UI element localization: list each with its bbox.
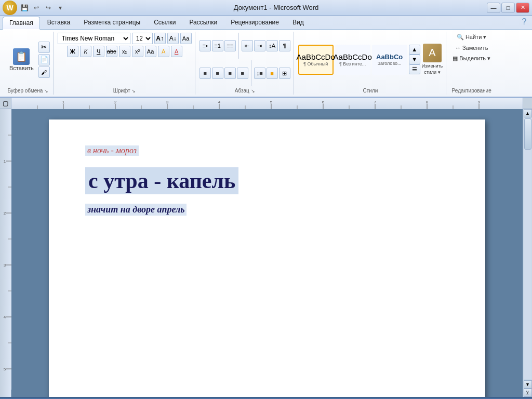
highlight-btn[interactable]: A xyxy=(158,46,169,57)
tab-home[interactable]: Главная xyxy=(3,17,40,30)
svg-text:5: 5 xyxy=(3,367,6,371)
vertical-ruler: 1 2 3 4 5 xyxy=(0,109,11,397)
redo-quick-btn[interactable]: ↪ xyxy=(43,3,54,13)
paragraph-group: ≡• ≡1 ≡≡ ⇤ ⇥ ↕A ¶ ≡ ≡ ≡ ≡ ↕≡ ■ xyxy=(196,32,294,95)
style-no-spacing[interactable]: AaBbCcDo ¶ Без инте... xyxy=(335,45,370,75)
styles-more[interactable]: ☰ xyxy=(409,64,420,74)
font-expand[interactable]: ↘ xyxy=(131,88,136,94)
scroll-next-page[interactable]: ⊻ xyxy=(524,389,532,397)
increase-font-btn[interactable]: A↑ xyxy=(154,33,166,44)
styles-group-content: AaBbCcDo ¶ Обычный AaBbCcDo ¶ Без инте..… xyxy=(298,33,443,86)
title-bar-left: W 💾 ↩ ↪ ▾ xyxy=(3,1,65,15)
scroll-down-btn[interactable]: ▼ xyxy=(524,380,532,389)
select-button[interactable]: ▦ Выделить ▾ xyxy=(450,54,493,63)
clipboard-group-content: 📋 Вставить ✂ 📄 🖌 xyxy=(6,33,50,86)
border-btn[interactable]: ⊞ xyxy=(279,68,290,79)
increase-indent-btn[interactable]: ⇥ xyxy=(254,40,265,51)
vertical-scrollbar: ▲ ▼ ⊻ xyxy=(523,109,532,397)
ruler-area: ▢ 1 2 3 4 xyxy=(0,98,532,109)
svg-text:6: 6 xyxy=(322,100,325,104)
tab-page-layout[interactable]: Разметка страницы xyxy=(77,17,147,29)
change-styles-button[interactable]: A Изменитьстили ▾ xyxy=(422,44,443,75)
line1-block: в ночь - мороз xyxy=(85,145,449,161)
format-painter-button[interactable]: 🖌 xyxy=(38,66,50,78)
subscript-button[interactable]: x₂ xyxy=(119,46,130,57)
tab-view[interactable]: Вид xyxy=(286,17,310,29)
maximize-button[interactable]: □ xyxy=(501,3,515,13)
line2-text: с утра - капель xyxy=(85,167,238,194)
undo-quick-btn[interactable]: ↩ xyxy=(31,3,42,13)
clipboard-small-btns: ✂ 📄 🖌 xyxy=(38,42,50,78)
strikethrough-button[interactable]: abc xyxy=(106,46,117,57)
replace-label: Заменить xyxy=(462,45,488,51)
tab-references[interactable]: Ссылки xyxy=(148,17,182,29)
change-case-btn[interactable]: Аа xyxy=(180,33,192,44)
font-name-row: Times New Roman 12 A↑ A↓ Аа xyxy=(58,33,192,44)
svg-text:3: 3 xyxy=(3,263,6,268)
svg-text:4: 4 xyxy=(218,100,221,104)
line3-text: значит на дворе апрель xyxy=(85,204,187,216)
close-button[interactable]: ✕ xyxy=(516,3,529,13)
line1-text: в ночь - мороз xyxy=(85,145,139,156)
clear-format-button[interactable]: Аа xyxy=(145,46,156,57)
scroll-up-btn[interactable]: ▲ xyxy=(524,109,532,117)
align-center-btn[interactable]: ≡ xyxy=(212,68,223,79)
document-scroll-area: в ночь - мороз с утра - капель значит на… xyxy=(11,109,523,397)
svg-text:1: 1 xyxy=(62,100,65,104)
svg-text:3: 3 xyxy=(166,100,169,104)
tab-review[interactable]: Рецензирование xyxy=(224,17,285,29)
para-expand[interactable]: ↘ xyxy=(251,88,255,94)
para-sep2 xyxy=(251,60,251,86)
save-quick-btn[interactable]: 💾 xyxy=(19,3,30,13)
cut-button[interactable]: ✂ xyxy=(38,42,50,53)
show-marks-btn[interactable]: ¶ xyxy=(279,40,290,51)
italic-button[interactable]: К xyxy=(80,46,91,57)
select-label: Выделить ▾ xyxy=(459,55,490,62)
underline-button[interactable]: Ч xyxy=(93,46,104,57)
svg-text:9: 9 xyxy=(478,100,481,104)
paste-icon: 📋 xyxy=(13,48,30,65)
clipboard-expand[interactable]: ↘ xyxy=(44,88,48,94)
font-color-btn[interactable]: А xyxy=(171,46,182,57)
bullets-btn[interactable]: ≡• xyxy=(200,40,211,51)
styles-scroll-up[interactable]: ▲ xyxy=(409,45,420,55)
style-no-spacing-label: ¶ Без инте... xyxy=(339,61,366,66)
font-group: Times New Roman 12 A↑ A↓ Аа Ж К Ч abc x₂… xyxy=(55,32,195,95)
ruler-right-side xyxy=(523,98,532,109)
superscript-button[interactable]: x² xyxy=(132,46,143,57)
style-heading[interactable]: AaBbCo Заголово... xyxy=(372,45,407,75)
document-page[interactable]: в ночь - мороз с утра - капель значит на… xyxy=(49,119,485,397)
scroll-thumb[interactable] xyxy=(524,118,531,150)
font-name-select[interactable]: Times New Roman xyxy=(58,33,130,44)
minimize-button[interactable]: — xyxy=(487,3,500,13)
svg-text:4: 4 xyxy=(3,315,6,320)
bold-button[interactable]: Ж xyxy=(67,46,78,57)
quick-access-dropdown[interactable]: ▾ xyxy=(55,3,65,13)
replace-icon: ↔ xyxy=(455,45,461,51)
justify-btn[interactable]: ≡ xyxy=(237,68,248,79)
decrease-indent-btn[interactable]: ⇤ xyxy=(242,40,253,51)
shading-btn[interactable]: ■ xyxy=(267,68,278,79)
line-spacing-btn[interactable]: ↕≡ xyxy=(254,68,265,79)
style-normal-preview: AaBbCcDo xyxy=(297,52,335,61)
multilevel-btn[interactable]: ≡≡ xyxy=(224,40,236,51)
para-sep1 xyxy=(238,33,239,59)
paste-button[interactable]: 📋 Вставить xyxy=(6,46,37,73)
align-right-btn[interactable]: ≡ xyxy=(224,68,236,79)
tab-mailings[interactable]: Рассылки xyxy=(183,17,223,29)
styles-scroll-down[interactable]: ▼ xyxy=(409,55,420,64)
copy-button[interactable]: 📄 xyxy=(38,54,50,65)
find-button[interactable]: 🔍 Найти ▾ xyxy=(455,33,488,42)
replace-button[interactable]: ↔ Заменить xyxy=(453,44,490,52)
style-normal-label: ¶ Обычный xyxy=(303,61,328,66)
align-left-btn[interactable]: ≡ xyxy=(200,68,211,79)
help-button[interactable]: ? xyxy=(519,17,529,27)
style-normal[interactable]: AaBbCcDo ¶ Обычный xyxy=(298,45,334,75)
styles-scroll-btns: ▲ ▼ ☰ xyxy=(409,45,420,75)
sort-btn[interactable]: ↕A xyxy=(267,40,278,51)
numbering-btn[interactable]: ≡1 xyxy=(212,40,223,51)
office-button[interactable]: W xyxy=(3,1,17,15)
font-size-select[interactable]: 12 xyxy=(132,33,153,44)
decrease-font-btn[interactable]: A↓ xyxy=(167,33,179,44)
tab-insert[interactable]: Вставка xyxy=(41,17,77,29)
